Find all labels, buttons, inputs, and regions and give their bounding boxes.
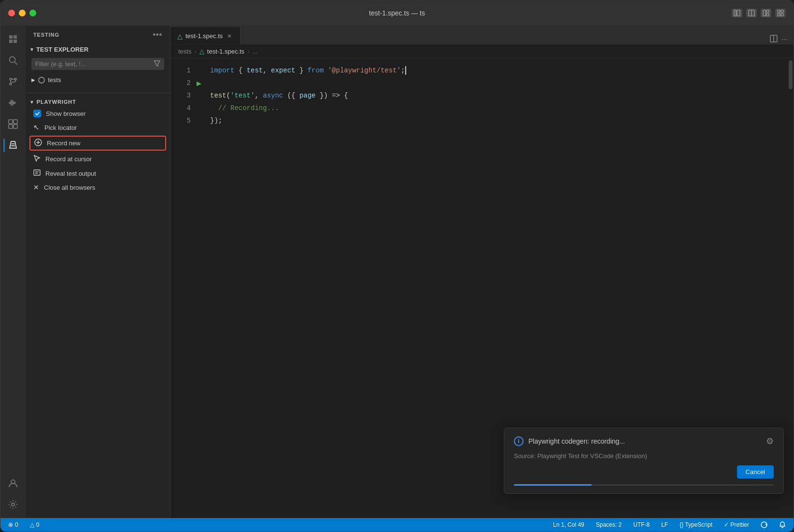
status-line-ending[interactable]: LF: [659, 521, 670, 528]
svg-rect-19: [14, 120, 17, 124]
code-editor[interactable]: 1 2 3 4 5 ▶ import { test, expect } from…: [170, 58, 794, 518]
reveal-output-item[interactable]: Reveal test output: [26, 166, 170, 181]
minimize-window-button[interactable]: [19, 10, 26, 16]
tree-label-tests: tests: [48, 76, 61, 84]
activity-explorer[interactable]: [3, 29, 23, 49]
reveal-output-icon: [33, 169, 41, 178]
status-encoding[interactable]: UTF-8: [631, 521, 652, 528]
notification-title-row: i Playwright codegen: recording...: [514, 436, 625, 446]
close-browsers-label: Close all browsers: [44, 184, 95, 191]
main-content: TESTING ••• ▼ TEST EXPLORER: [0, 26, 794, 518]
code-line-2: [206, 77, 788, 89]
svg-rect-18: [9, 120, 13, 124]
grid-layout-button[interactable]: [775, 9, 786, 17]
test-explorer-label: TEST EXPLORER: [36, 46, 88, 53]
breadcrumb-tests: tests: [178, 48, 191, 55]
activity-accounts[interactable]: [3, 474, 23, 493]
svg-rect-6: [766, 14, 769, 16]
svg-marker-26: [154, 61, 160, 66]
activity-search[interactable]: [3, 51, 23, 70]
notification-panel: i Playwright codegen: recording... ⚙ Sou…: [504, 428, 784, 494]
pick-locator-label: Pick locator: [44, 124, 77, 131]
svg-rect-7: [778, 10, 780, 13]
test-explorer-chevron: ▼: [29, 47, 34, 52]
split-editor-icon[interactable]: [770, 35, 778, 44]
record-new-label: Record new: [47, 140, 80, 147]
breadcrumb-filename: test-1.spec.ts: [207, 48, 244, 55]
filter-input[interactable]: [35, 60, 151, 68]
activity-extensions[interactable]: [3, 114, 23, 134]
notification-cancel-button[interactable]: Cancel: [737, 465, 774, 478]
line-num-5: 5: [178, 114, 191, 127]
tab-test-spec[interactable]: △ test-1.spec.ts ✕: [170, 27, 241, 44]
tree-chevron: ▶: [31, 77, 35, 83]
record-cursor-item[interactable]: Record at cursor: [26, 152, 170, 166]
close-browsers-item[interactable]: ✕ Close all browsers: [26, 181, 170, 194]
split-editor-button[interactable]: [746, 9, 757, 17]
status-sync-icon[interactable]: [759, 521, 769, 528]
close-browsers-icon: ✕: [33, 183, 39, 191]
notification-gear-button[interactable]: ⚙: [766, 436, 774, 447]
status-formatter[interactable]: ✓ Prettier: [722, 521, 751, 528]
breadcrumb: tests › △ test-1.spec.ts › ...: [170, 45, 794, 58]
show-browser-label: Show browser: [46, 110, 85, 117]
error-icon: ⊗: [8, 521, 13, 528]
tree-item-tests[interactable]: ▶ tests: [29, 75, 166, 85]
record-cursor-label: Record at cursor: [45, 155, 92, 163]
tab-close-button[interactable]: ✕: [226, 32, 233, 40]
breadcrumb-flask-icon: △: [199, 48, 204, 55]
status-position[interactable]: Ln 1, Col 49: [551, 521, 586, 528]
playwright-section-header[interactable]: ▼ PLAYWRIGHT: [26, 97, 170, 107]
svg-point-13: [10, 78, 12, 80]
status-spaces[interactable]: Spaces: 2: [594, 521, 624, 528]
filter-bar[interactable]: [31, 58, 164, 70]
status-notification-icon[interactable]: [777, 521, 788, 528]
svg-rect-21: [14, 125, 17, 128]
editor-layout-button[interactable]: [761, 9, 771, 17]
tab-filename: test-1.spec.ts: [185, 32, 223, 40]
breadcrumb-dots: ...: [252, 48, 257, 55]
status-language[interactable]: {} TypeScript: [678, 521, 714, 528]
show-browser-item[interactable]: Show browser: [26, 107, 170, 120]
reveal-output-label: Reveal test output: [45, 170, 96, 177]
record-new-item[interactable]: Record new: [29, 136, 166, 151]
scrollbar-thumb: [789, 60, 793, 89]
notification-progress-fill: [514, 484, 592, 486]
editor-area: △ test-1.spec.ts ✕ ··· tests: [170, 26, 794, 518]
activity-run-debug[interactable]: [3, 93, 23, 112]
run-test-button[interactable]: ▶: [195, 77, 203, 89]
line-num-1: 1: [178, 64, 191, 77]
line-numbers: 1 2 3 4 5: [170, 58, 195, 518]
show-browser-checkbox[interactable]: [33, 110, 41, 117]
svg-point-25: [12, 503, 14, 506]
code-line-1: import { test, expect } from '@playwrigh…: [206, 64, 788, 77]
close-window-button[interactable]: [8, 10, 15, 16]
sidebar-toggle-button[interactable]: [732, 9, 742, 17]
code-line-5: });: [206, 114, 788, 127]
test-explorer-header[interactable]: ▼ TEST EXPLORER: [26, 44, 170, 55]
status-errors[interactable]: ⊗ 0: [6, 521, 20, 528]
error-count: 0: [15, 521, 18, 528]
run-gutter: ▶: [195, 58, 206, 518]
svg-line-12: [15, 62, 18, 65]
line-num-4: 4: [178, 102, 191, 114]
activity-testing[interactable]: [3, 136, 23, 155]
svg-point-14: [10, 83, 12, 85]
svg-rect-1: [737, 10, 740, 16]
traffic-lights: [8, 10, 36, 16]
svg-marker-16: [11, 100, 16, 106]
notification-actions: Cancel: [514, 465, 774, 478]
test-status-circle: [38, 77, 45, 84]
activity-settings[interactable]: [3, 495, 23, 514]
record-new-icon: [34, 139, 42, 148]
pick-locator-item[interactable]: ↖ Pick locator: [26, 120, 170, 135]
more-actions-icon[interactable]: ···: [781, 35, 788, 44]
status-warnings[interactable]: △ 0: [28, 521, 42, 528]
window-title: test-1.spec.ts — ts: [369, 9, 425, 17]
editor-split-controls: ···: [770, 35, 794, 44]
maximize-window-button[interactable]: [29, 10, 36, 16]
editor-scrollbar[interactable]: [788, 58, 794, 518]
activity-source-control[interactable]: [3, 72, 23, 91]
testing-more-button[interactable]: •••: [153, 30, 162, 39]
svg-rect-4: [763, 10, 766, 16]
